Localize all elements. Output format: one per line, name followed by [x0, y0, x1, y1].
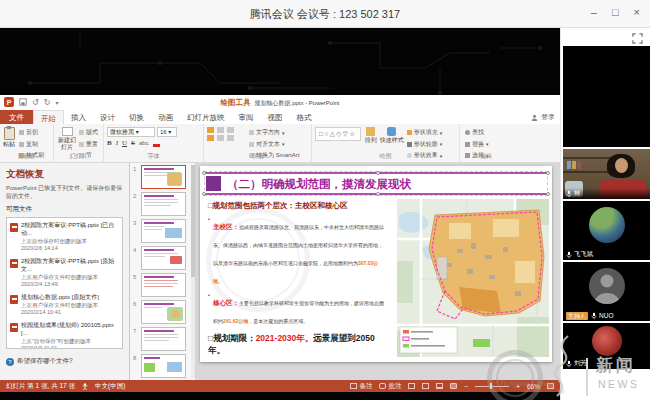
- numbering-icon[interactable]: [217, 127, 224, 133]
- slide-body-textbox[interactable]: □规划范围包括两个层次：主校区和核心区 •主校区：指成府路及双清路以北、荷清路以…: [208, 201, 387, 357]
- zoom-slider-thumb[interactable]: [490, 383, 492, 389]
- tab-slideshow[interactable]: 幻灯片放映: [180, 110, 232, 124]
- slide-thumbnail-2[interactable]: 2: [130, 191, 195, 218]
- ribbon-group-drawing: □○△◇▽☆ 排列 快速样式 形状填充▾ 形状轮廓▾ 形状效果▾ 绘图: [312, 124, 460, 162]
- minimize-button[interactable]: –: [591, 6, 597, 18]
- align-text-button[interactable]: 对齐文本▾: [249, 140, 299, 149]
- fit-to-window-icon[interactable]: [547, 383, 554, 389]
- columns-icon[interactable]: [227, 135, 234, 141]
- ribbon-tab-bar: 文件 开始 插入 设计 切换 动画 幻灯片放映 审阅 视图 格式: [0, 110, 319, 124]
- arrange-button[interactable]: 排列: [365, 127, 377, 144]
- italic-button[interactable]: I: [116, 139, 118, 147]
- which-file-to-save-link[interactable]: ? 希望保存哪个文件?: [6, 357, 123, 366]
- copy-button[interactable]: 复制: [19, 140, 44, 149]
- align-left-icon[interactable]: [207, 135, 214, 141]
- quick-styles-button[interactable]: 快速样式: [380, 127, 404, 144]
- tab-animations[interactable]: 动画: [151, 110, 180, 124]
- language-indicator[interactable]: 中文(中国): [95, 382, 125, 391]
- slide-thumbnail-6[interactable]: 6: [130, 299, 195, 326]
- tab-insert[interactable]: 插入: [64, 110, 93, 124]
- replace-button[interactable]: 替换▾: [465, 140, 489, 149]
- undo-icon[interactable]: ↺: [32, 98, 39, 107]
- layout-button[interactable]: 版式: [79, 128, 98, 137]
- recovered-file-item[interactable]: 规划核心数据.pptx [原始文件]上次用户保存文件时创建的版本2020/2/1…: [10, 294, 119, 317]
- new-slide-button[interactable]: 新建幻灯片: [57, 127, 77, 150]
- recovered-file-item[interactable]: 校园规划成果(规划师) 200105.pptx [...上次"自动保存"时创建的…: [10, 322, 119, 349]
- comments-button[interactable]: 批注: [379, 382, 401, 391]
- tab-design[interactable]: 设计: [93, 110, 122, 124]
- video-tile-camera-off[interactable]: [563, 46, 650, 147]
- sign-in-button[interactable]: 登录: [531, 112, 555, 122]
- paste-button[interactable]: 粘贴: [3, 127, 15, 148]
- slide-thumbnail-3[interactable]: 3: [130, 218, 195, 245]
- slide-thumbnail-8[interactable]: 8: [130, 353, 195, 380]
- reading-view-icon[interactable]: [436, 383, 443, 389]
- copy-icon: [19, 142, 24, 147]
- selection-handle[interactable]: [202, 192, 206, 196]
- tab-transitions[interactable]: 切换: [122, 110, 151, 124]
- cut-button[interactable]: 剪切: [19, 128, 44, 137]
- slide-thumbnail-1[interactable]: 1: [130, 164, 195, 191]
- zoom-in-button[interactable]: +: [516, 383, 520, 390]
- shapes-gallery[interactable]: □○△◇▽☆: [315, 127, 361, 141]
- sign-in-label: 登录: [541, 112, 555, 122]
- bold-button[interactable]: B: [107, 139, 112, 147]
- selection-handle[interactable]: [202, 171, 206, 175]
- slide-thumbnail-7[interactable]: 7: [130, 326, 195, 353]
- qat-dropdown-icon[interactable]: ▾: [55, 99, 58, 106]
- participant-face: [615, 158, 628, 173]
- normal-view-icon[interactable]: [408, 383, 415, 389]
- video-tile-nuo[interactable]: 主持人 NUO: [563, 262, 650, 321]
- campus-planning-map[interactable]: [397, 199, 549, 357]
- slide-title-textbox[interactable]: （二）明确规划范围，摸清发展现状: [205, 172, 547, 195]
- underline-button[interactable]: U: [122, 139, 127, 147]
- align-center-icon[interactable]: [217, 135, 224, 141]
- redo-icon[interactable]: ↻: [44, 98, 51, 107]
- indent-icon[interactable]: [227, 127, 234, 133]
- slideshow-view-icon[interactable]: [450, 383, 457, 389]
- recovered-file-item[interactable]: 2校园陈方案审议-PPT稿.pptx [已自动...上次自动保存时创建的版本20…: [10, 222, 119, 252]
- recovery-description: PowerPoint 已恢复下列文件。请保存你要保留的文件。: [6, 184, 123, 200]
- slide-title-text: （二）明确规划范围，摸清发展现状: [227, 177, 411, 192]
- maximize-button[interactable]: □: [612, 6, 619, 18]
- selection-handle[interactable]: [546, 192, 550, 196]
- slide-thumbnail-4[interactable]: 4: [130, 245, 195, 272]
- tab-home[interactable]: 开始: [33, 110, 64, 124]
- font-size-combo[interactable]: 16 ▾: [157, 127, 177, 137]
- find-icon: [465, 130, 470, 135]
- slide-sorter-view-icon[interactable]: [422, 383, 429, 389]
- expand-videos-icon[interactable]: [632, 33, 643, 44]
- tab-review[interactable]: 审阅: [232, 110, 261, 124]
- slide-thumbnail-5[interactable]: 5: [130, 272, 195, 299]
- shape-outline-button[interactable]: 形状轮廓▾: [407, 140, 443, 149]
- shape-fill-button[interactable]: 形状填充▾: [407, 128, 443, 137]
- selection-handle[interactable]: [546, 171, 550, 175]
- zoom-out-button[interactable]: −: [464, 383, 468, 390]
- tab-view[interactable]: 视图: [261, 110, 290, 124]
- slide-canvas[interactable]: （二）明确规划范围，摸清发展现状 □规划范围包括两个层次：主校区和核心区 •主校…: [200, 166, 552, 362]
- save-icon[interactable]: [19, 98, 27, 106]
- video-tile-lin[interactable]: 林: [563, 149, 650, 199]
- reset-button[interactable]: 重置: [79, 140, 98, 149]
- recovered-file-item[interactable]: 2校园陈方案审议-PPT稿.pptx [原始文...上次用户保存文件时创建的版本…: [10, 258, 119, 288]
- video-tile-liufang[interactable]: 刘芳: [563, 323, 650, 369]
- notes-button[interactable]: 备注: [350, 382, 372, 391]
- tab-file[interactable]: 文件: [0, 110, 33, 124]
- zoom-slider[interactable]: [475, 386, 509, 387]
- tab-format[interactable]: 格式: [290, 110, 319, 124]
- bullets-icon[interactable]: [207, 127, 214, 133]
- thumbnail-scrollbar[interactable]: [191, 165, 195, 378]
- text-direction-button[interactable]: 文字方向▾: [249, 128, 299, 137]
- font-name-combo[interactable]: 微软雅黑 ▾: [107, 127, 155, 137]
- video-tile-feifeishu[interactable]: 飞飞鼠: [563, 201, 650, 260]
- selection-handle[interactable]: [376, 171, 380, 175]
- find-button[interactable]: 查找: [465, 128, 489, 137]
- font-color-icon[interactable]: [153, 144, 160, 147]
- selection-handle[interactable]: [376, 192, 380, 196]
- accessibility-icon[interactable]: [82, 383, 88, 390]
- clear-format-button[interactable]: abc: [139, 140, 149, 146]
- available-files-label: 可用文件: [6, 205, 123, 214]
- close-button[interactable]: ×: [634, 6, 640, 18]
- strikethrough-button[interactable]: S: [131, 139, 135, 147]
- zoom-level[interactable]: 66%: [527, 383, 540, 390]
